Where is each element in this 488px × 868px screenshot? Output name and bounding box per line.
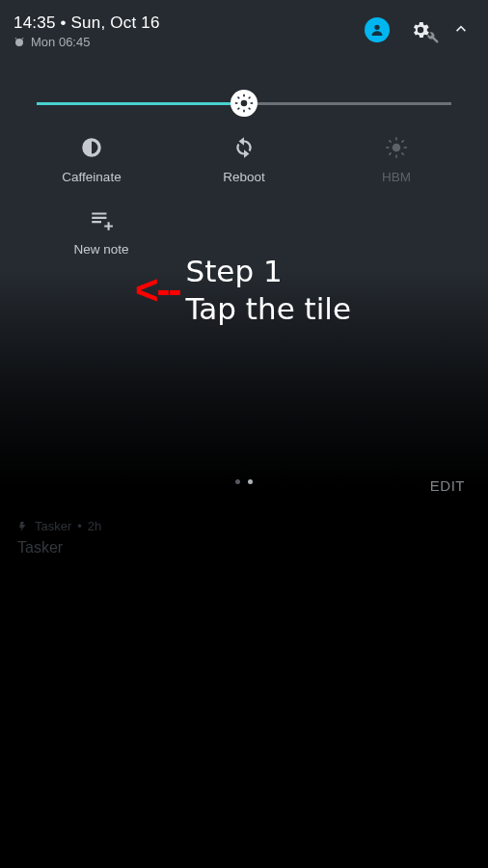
clock-date: 14:35 • Sun, Oct 16 — [14, 14, 160, 33]
new-note-icon — [89, 207, 114, 232]
tutorial-annotation: <-- Step 1 Tap the tile — [135, 253, 351, 328]
collapse-button[interactable] — [451, 18, 471, 41]
svg-line-7 — [249, 108, 251, 110]
edit-button[interactable]: EDIT — [430, 477, 465, 494]
notification-tasker[interactable]: Tasker • 2h Tasker — [17, 519, 101, 556]
svg-line-6 — [238, 97, 240, 99]
svg-line-18 — [401, 140, 403, 142]
user-account-button[interactable] — [365, 17, 390, 42]
alarm-icon — [14, 37, 25, 48]
svg-line-8 — [238, 108, 240, 110]
reboot-icon — [231, 135, 257, 160]
hbm-icon — [384, 135, 409, 160]
status-bar: 14:35 • Sun, Oct 16 Mon 06:45 — [0, 0, 488, 68]
clock-time: 14:35 — [14, 14, 56, 32]
svg-line-17 — [389, 152, 391, 154]
annotation-line1: Step 1 — [186, 253, 352, 290]
notification-title: Tasker — [17, 539, 101, 556]
separator-dot: • — [60, 14, 66, 32]
annotation-line2: Tap the tile — [186, 290, 352, 328]
brightness-track-empty — [244, 102, 451, 105]
tile-label: HBM — [382, 170, 411, 184]
brightness-thumb[interactable] — [230, 89, 258, 118]
tile-label: Reboot — [223, 170, 265, 184]
page-dot[interactable] — [235, 479, 240, 484]
tile-caffeinate[interactable]: Caffeinate — [19, 135, 164, 184]
arrow-annotation: <-- — [135, 270, 180, 311]
quick-tiles-grid: Caffeinate Reboot HBM New note — [0, 135, 488, 257]
caffeinate-icon — [79, 135, 104, 160]
chevron-up-icon — [451, 18, 471, 38]
svg-point-0 — [374, 25, 379, 30]
alarm-line: Mon 06:45 — [14, 35, 160, 49]
page-dot-active[interactable] — [248, 479, 253, 484]
svg-point-1 — [241, 100, 248, 107]
tile-reboot[interactable]: Reboot — [172, 135, 316, 184]
tile-label: New note — [73, 242, 128, 257]
brightness-track-filled — [37, 102, 244, 105]
tile-label: Caffeinate — [62, 170, 121, 184]
wrench-icon — [426, 31, 440, 44]
svg-point-10 — [393, 144, 401, 152]
tile-hbm[interactable]: HBM — [324, 135, 469, 184]
clock-date-text: Sun, Oct 16 — [71, 14, 160, 32]
svg-line-15 — [389, 140, 391, 142]
status-left: 14:35 • Sun, Oct 16 Mon 06:45 — [14, 14, 160, 49]
tile-new-note[interactable]: New note — [29, 207, 174, 257]
page-dots[interactable] — [235, 479, 253, 484]
notification-app: Tasker — [35, 519, 71, 533]
brightness-icon — [234, 94, 254, 113]
svg-line-16 — [401, 152, 403, 154]
svg-line-9 — [249, 97, 251, 99]
notification-age: 2h — [88, 519, 101, 533]
settings-button[interactable] — [407, 17, 434, 42]
alarm-time: Mon 06:45 — [31, 35, 90, 49]
lightning-icon — [17, 521, 29, 532]
person-icon — [369, 22, 385, 38]
brightness-slider[interactable] — [37, 81, 451, 125]
pager-row: EDIT — [0, 479, 488, 484]
